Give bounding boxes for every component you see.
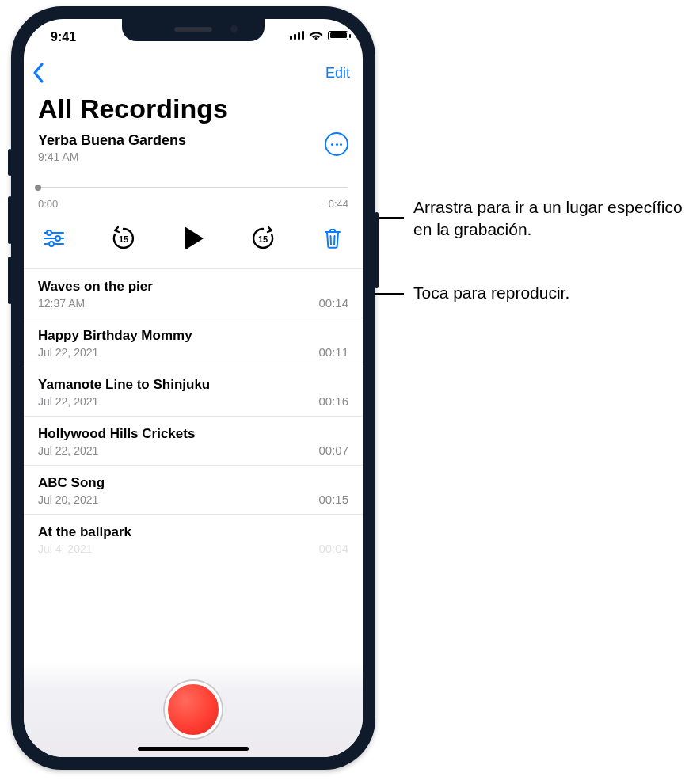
recording-subtitle: Jul 4, 2021 xyxy=(38,542,131,555)
recording-subtitle: Jul 22, 2021 xyxy=(38,444,195,457)
recordings-list: Waves on the pier12:37 AM 00:14 Happy Bi… xyxy=(24,268,363,557)
recording-name: Happy Birthday Mommy xyxy=(38,328,192,344)
recording-name: Hollywood Hills Crickets xyxy=(38,426,195,442)
volume-down xyxy=(8,257,12,304)
recording-name: ABC Song xyxy=(38,475,105,491)
recording-duration: 00:07 xyxy=(318,443,348,457)
recording-row[interactable]: Waves on the pier12:37 AM 00:14 xyxy=(24,269,363,318)
recording-row[interactable]: Happy Birthday MommyJul 22, 2021 00:11 xyxy=(24,318,363,367)
mute-switch xyxy=(8,149,12,176)
wifi-icon xyxy=(309,30,323,40)
recording-name: Yamanote Line to Shinjuku xyxy=(38,377,210,393)
device-frame: 9:41 Edit All Recordings xyxy=(11,6,375,770)
recording-duration: 00:14 xyxy=(318,296,348,310)
expanded-recording: Yerba Buena Gardens 9:41 AM 0:00 −0:44 xyxy=(24,132,363,268)
volume-up xyxy=(8,196,12,244)
recording-subtitle: 12:37 AM xyxy=(38,297,153,310)
skip-forward-seconds: 15 xyxy=(249,226,277,253)
cellular-icon xyxy=(290,31,304,40)
screen: 9:41 Edit All Recordings xyxy=(24,19,363,757)
recording-duration: 00:15 xyxy=(318,493,348,506)
player-controls: 15 15 xyxy=(38,221,348,259)
recording-subtitle: Jul 20, 2021 xyxy=(38,493,105,506)
svg-line-6 xyxy=(331,236,332,245)
battery-icon xyxy=(328,31,348,40)
recording-subtitle: Jul 22, 2021 xyxy=(38,346,192,359)
record-toolbar xyxy=(24,662,363,757)
recording-name: At the ballpark xyxy=(38,524,131,540)
callout-scrub: Arrastra para ir a un lugar específico e… xyxy=(413,196,683,242)
svg-line-7 xyxy=(334,236,335,245)
recording-subtitle: Jul 22, 2021 xyxy=(38,395,210,408)
notch xyxy=(122,19,265,41)
time-remaining: −0:44 xyxy=(322,198,348,210)
recording-duration: 00:04 xyxy=(318,542,348,555)
recording-row[interactable]: At the ballparkJul 4, 2021 00:04 xyxy=(24,515,363,557)
callout-play: Toca para reproducir. xyxy=(413,282,569,304)
recording-duration: 00:16 xyxy=(318,394,348,408)
record-button[interactable] xyxy=(165,681,222,738)
skip-back-seconds: 15 xyxy=(109,226,138,253)
expanded-recording-name: Yerba Buena Gardens xyxy=(38,132,186,149)
more-options-button[interactable] xyxy=(325,132,348,156)
scrubber[interactable] xyxy=(38,182,348,193)
home-indicator[interactable] xyxy=(138,747,249,751)
skip-back-15-button[interactable]: 15 xyxy=(109,224,138,253)
status-time: 9:41 xyxy=(51,30,76,44)
svg-point-5 xyxy=(49,242,54,246)
recording-row[interactable]: Hollywood Hills CricketsJul 22, 2021 00:… xyxy=(24,417,363,466)
play-button[interactable] xyxy=(179,224,207,253)
nav-bar: Edit xyxy=(24,54,363,89)
time-elapsed: 0:00 xyxy=(38,198,58,210)
delete-button[interactable] xyxy=(318,224,347,253)
scrubber-track xyxy=(38,187,348,188)
skip-forward-15-button[interactable]: 15 xyxy=(249,224,277,253)
side-button xyxy=(375,212,379,288)
svg-point-4 xyxy=(55,236,60,241)
back-button[interactable] xyxy=(32,62,46,84)
scrubber-thumb[interactable] xyxy=(35,185,41,191)
recording-name: Waves on the pier xyxy=(38,279,153,295)
recording-row[interactable]: Yamanote Line to ShinjukuJul 22, 2021 00… xyxy=(24,367,363,417)
recording-row[interactable]: ABC SongJul 20, 2021 00:15 xyxy=(24,466,363,515)
playback-options-button[interactable] xyxy=(40,224,68,253)
expanded-recording-subtitle: 9:41 AM xyxy=(38,150,186,163)
edit-button[interactable]: Edit xyxy=(325,65,350,82)
svg-point-3 xyxy=(47,230,51,235)
recording-duration: 00:11 xyxy=(318,345,348,359)
page-title: All Recordings xyxy=(24,89,363,132)
